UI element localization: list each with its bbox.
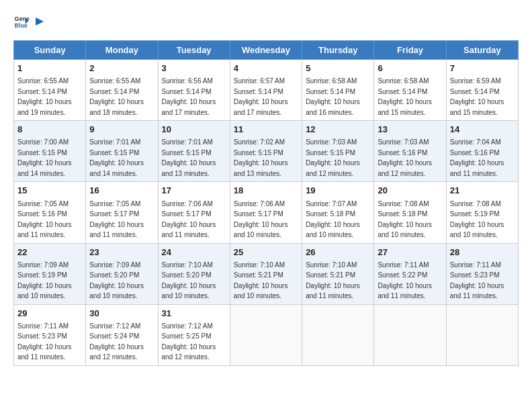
calendar-day-cell: 24 Sunrise: 7:10 AMSunset: 5:20 PMDaylig… xyxy=(158,243,230,304)
day-info: Sunrise: 7:06 AMSunset: 5:17 PMDaylight:… xyxy=(234,200,288,239)
day-number: 14 xyxy=(450,124,515,136)
day-number: 23 xyxy=(89,246,154,259)
day-number: 13 xyxy=(378,124,442,136)
day-info: Sunrise: 7:11 AMSunset: 5:23 PMDaylight:… xyxy=(17,322,72,361)
day-number: 22 xyxy=(17,246,82,259)
day-info: Sunrise: 7:11 AMSunset: 5:23 PMDaylight:… xyxy=(450,261,504,300)
calendar-day-cell: 30 Sunrise: 7:12 AMSunset: 5:24 PMDaylig… xyxy=(86,304,158,365)
day-number: 3 xyxy=(162,62,226,75)
calendar-day-cell: 6 Sunrise: 6:58 AMSunset: 5:14 PMDayligh… xyxy=(374,60,446,121)
day-info: Sunrise: 7:10 AMSunset: 5:21 PMDaylight:… xyxy=(234,261,288,300)
day-info: Sunrise: 7:08 AMSunset: 5:19 PMDaylight:… xyxy=(450,200,504,239)
day-info: Sunrise: 7:04 AMSunset: 5:16 PMDaylight:… xyxy=(450,138,504,177)
calendar-day-header: Saturday xyxy=(446,41,518,60)
day-number: 28 xyxy=(450,246,515,259)
day-number: 27 xyxy=(378,246,442,259)
calendar-day-cell xyxy=(230,304,302,365)
calendar-day-cell: 19 Sunrise: 7:07 AMSunset: 5:18 PMDaylig… xyxy=(302,182,374,243)
calendar-day-header: Tuesday xyxy=(158,41,230,60)
day-number: 20 xyxy=(378,185,442,197)
day-number: 25 xyxy=(234,246,298,259)
day-number: 26 xyxy=(306,246,370,259)
day-number: 21 xyxy=(450,185,515,197)
day-number: 1 xyxy=(17,62,82,75)
calendar-day-cell: 18 Sunrise: 7:06 AMSunset: 5:17 PMDaylig… xyxy=(230,182,302,243)
logo-arrow-icon xyxy=(33,15,46,28)
day-info: Sunrise: 7:07 AMSunset: 5:18 PMDaylight:… xyxy=(306,200,360,239)
day-info: Sunrise: 6:55 AMSunset: 5:14 PMDaylight:… xyxy=(17,77,72,116)
calendar-day-header: Thursday xyxy=(302,41,374,60)
calendar-day-cell: 21 Sunrise: 7:08 AMSunset: 5:19 PMDaylig… xyxy=(446,182,518,243)
calendar-day-cell xyxy=(302,304,374,365)
calendar-day-cell: 1 Sunrise: 6:55 AMSunset: 5:14 PMDayligh… xyxy=(14,60,86,121)
day-info: Sunrise: 7:12 AMSunset: 5:24 PMDaylight:… xyxy=(89,322,144,361)
day-info: Sunrise: 7:12 AMSunset: 5:25 PMDaylight:… xyxy=(162,322,216,361)
calendar-day-cell: 13 Sunrise: 7:03 AMSunset: 5:16 PMDaylig… xyxy=(374,121,446,182)
day-number: 7 xyxy=(450,62,515,75)
calendar-day-cell xyxy=(446,304,518,365)
calendar-day-cell: 2 Sunrise: 6:55 AMSunset: 5:14 PMDayligh… xyxy=(86,60,158,121)
logo-icon: General Blue xyxy=(13,13,30,30)
day-info: Sunrise: 7:03 AMSunset: 5:16 PMDaylight:… xyxy=(378,138,432,177)
calendar-day-cell: 26 Sunrise: 7:10 AMSunset: 5:21 PMDaylig… xyxy=(302,243,374,304)
calendar-week-row: 8 Sunrise: 7:00 AMSunset: 5:15 PMDayligh… xyxy=(14,121,519,182)
day-number: 11 xyxy=(234,124,298,136)
day-number: 29 xyxy=(17,308,82,320)
svg-marker-2 xyxy=(36,17,44,26)
day-info: Sunrise: 7:09 AMSunset: 5:19 PMDaylight:… xyxy=(17,261,72,300)
day-info: Sunrise: 7:11 AMSunset: 5:22 PMDaylight:… xyxy=(378,261,432,300)
calendar-day-cell: 20 Sunrise: 7:08 AMSunset: 5:18 PMDaylig… xyxy=(374,182,446,243)
calendar-day-cell: 27 Sunrise: 7:11 AMSunset: 5:22 PMDaylig… xyxy=(374,243,446,304)
day-info: Sunrise: 7:05 AMSunset: 5:16 PMDaylight:… xyxy=(17,200,72,239)
day-number: 15 xyxy=(17,185,82,197)
day-info: Sunrise: 7:05 AMSunset: 5:17 PMDaylight:… xyxy=(89,200,144,239)
calendar-week-row: 15 Sunrise: 7:05 AMSunset: 5:16 PMDaylig… xyxy=(14,182,519,243)
day-info: Sunrise: 6:56 AMSunset: 5:14 PMDaylight:… xyxy=(162,77,216,116)
calendar-day-cell: 17 Sunrise: 7:06 AMSunset: 5:17 PMDaylig… xyxy=(158,182,230,243)
day-number: 18 xyxy=(234,185,298,197)
day-info: Sunrise: 7:03 AMSunset: 5:15 PMDaylight:… xyxy=(306,138,360,177)
calendar-day-cell: 23 Sunrise: 7:09 AMSunset: 5:20 PMDaylig… xyxy=(86,243,158,304)
calendar-day-cell: 31 Sunrise: 7:12 AMSunset: 5:25 PMDaylig… xyxy=(158,304,230,365)
day-number: 12 xyxy=(306,124,370,136)
calendar-week-row: 29 Sunrise: 7:11 AMSunset: 5:23 PMDaylig… xyxy=(14,304,519,365)
day-number: 30 xyxy=(89,308,154,320)
calendar-day-cell: 14 Sunrise: 7:04 AMSunset: 5:16 PMDaylig… xyxy=(446,121,518,182)
calendar-day-cell: 3 Sunrise: 6:56 AMSunset: 5:14 PMDayligh… xyxy=(158,60,230,121)
day-info: Sunrise: 6:55 AMSunset: 5:14 PMDaylight:… xyxy=(89,77,144,116)
calendar-day-cell: 16 Sunrise: 7:05 AMSunset: 5:17 PMDaylig… xyxy=(86,182,158,243)
day-number: 19 xyxy=(306,185,370,197)
day-info: Sunrise: 7:10 AMSunset: 5:21 PMDaylight:… xyxy=(306,261,360,300)
logo: General Blue xyxy=(13,13,47,30)
day-info: Sunrise: 7:01 AMSunset: 5:15 PMDaylight:… xyxy=(162,138,216,177)
calendar-day-cell: 25 Sunrise: 7:10 AMSunset: 5:21 PMDaylig… xyxy=(230,243,302,304)
calendar-day-cell: 22 Sunrise: 7:09 AMSunset: 5:19 PMDaylig… xyxy=(14,243,86,304)
calendar-day-header: Friday xyxy=(374,41,446,60)
calendar-table: SundayMondayTuesdayWednesdayThursdayFrid… xyxy=(13,40,519,366)
svg-text:Blue: Blue xyxy=(15,22,28,29)
calendar-day-cell: 7 Sunrise: 6:59 AMSunset: 5:14 PMDayligh… xyxy=(446,60,518,121)
day-number: 10 xyxy=(162,124,226,136)
calendar-week-row: 1 Sunrise: 6:55 AMSunset: 5:14 PMDayligh… xyxy=(14,60,519,121)
calendar-day-header: Sunday xyxy=(14,41,86,60)
day-number: 9 xyxy=(89,124,154,136)
day-info: Sunrise: 7:09 AMSunset: 5:20 PMDaylight:… xyxy=(89,261,144,300)
calendar-day-cell: 15 Sunrise: 7:05 AMSunset: 5:16 PMDaylig… xyxy=(14,182,86,243)
calendar-day-cell: 11 Sunrise: 7:02 AMSunset: 5:15 PMDaylig… xyxy=(230,121,302,182)
calendar-day-cell xyxy=(374,304,446,365)
day-info: Sunrise: 6:58 AMSunset: 5:14 PMDaylight:… xyxy=(378,77,432,116)
calendar-day-cell: 10 Sunrise: 7:01 AMSunset: 5:15 PMDaylig… xyxy=(158,121,230,182)
day-info: Sunrise: 7:06 AMSunset: 5:17 PMDaylight:… xyxy=(162,200,216,239)
day-info: Sunrise: 7:01 AMSunset: 5:15 PMDaylight:… xyxy=(89,138,144,177)
day-number: 6 xyxy=(378,62,442,75)
day-number: 31 xyxy=(162,308,226,320)
day-number: 5 xyxy=(306,62,370,75)
calendar-week-row: 22 Sunrise: 7:09 AMSunset: 5:19 PMDaylig… xyxy=(14,243,519,304)
calendar-body: 1 Sunrise: 6:55 AMSunset: 5:14 PMDayligh… xyxy=(14,60,519,366)
calendar-day-header: Monday xyxy=(86,41,158,60)
page-header: General Blue xyxy=(13,13,519,30)
day-number: 16 xyxy=(89,185,154,197)
calendar-day-cell: 9 Sunrise: 7:01 AMSunset: 5:15 PMDayligh… xyxy=(86,121,158,182)
calendar-day-cell: 4 Sunrise: 6:57 AMSunset: 5:14 PMDayligh… xyxy=(230,60,302,121)
day-info: Sunrise: 7:00 AMSunset: 5:15 PMDaylight:… xyxy=(17,138,72,177)
